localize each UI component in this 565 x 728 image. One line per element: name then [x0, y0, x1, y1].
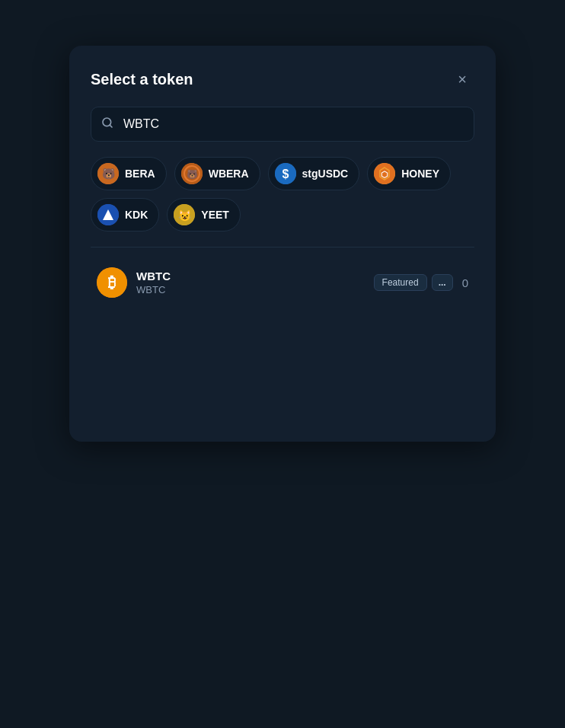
token-list: ₿ WBTC WBTC Featured ... 0	[91, 260, 474, 305]
wbtc-symbol: WBTC	[136, 284, 374, 295]
wbtc-name: WBTC	[136, 270, 374, 283]
select-token-modal: Select a token × 🐻 BERA	[69, 46, 496, 442]
svg-text:🐻: 🐻	[186, 168, 197, 180]
quick-token-kdk[interactable]: KDK	[91, 198, 159, 231]
more-button[interactable]: ...	[432, 274, 453, 291]
quick-token-bera[interactable]: 🐻 BERA	[91, 157, 167, 190]
quick-token-honey[interactable]: ⬡ HONEY	[367, 157, 451, 190]
modal-title: Select a token	[91, 71, 193, 88]
wbtc-balance: 0	[462, 276, 468, 289]
quick-token-yeet[interactable]: 😺 YEET	[167, 198, 241, 231]
wbtc-icon: ₿	[97, 267, 127, 298]
bera-label: BERA	[125, 168, 155, 180]
quick-token-wbera[interactable]: 🐻 WBERA	[174, 157, 260, 190]
svg-text:⬡: ⬡	[381, 170, 388, 179]
kdk-icon	[97, 204, 119, 225]
close-button[interactable]: ×	[450, 67, 474, 91]
bera-icon: 🐻	[97, 163, 119, 184]
search-input[interactable]	[91, 107, 474, 142]
stgusdc-label: stgUSDC	[302, 168, 349, 180]
wbtc-info: WBTC WBTC	[136, 270, 374, 295]
yeet-icon: 😺	[174, 204, 195, 225]
divider	[91, 247, 474, 247]
svg-text:😺: 😺	[178, 209, 192, 222]
wbtc-meta: Featured ...	[374, 274, 453, 291]
svg-text:$: $	[282, 168, 289, 180]
quick-tokens-grid: 🐻 BERA 🐻 WBERA	[91, 157, 474, 231]
svg-text:🐻: 🐻	[102, 168, 116, 180]
search-container	[91, 107, 474, 142]
honey-icon: ⬡	[374, 163, 395, 184]
wbera-label: WBERA	[209, 168, 249, 180]
kdk-label: KDK	[125, 209, 148, 221]
token-row-wbtc[interactable]: ₿ WBTC WBTC Featured ... 0	[91, 260, 474, 305]
stgusdc-icon: $	[275, 163, 296, 184]
svg-text:₿: ₿	[108, 274, 116, 291]
honey-label: HONEY	[401, 168, 439, 180]
wbera-icon: 🐻	[181, 163, 203, 184]
yeet-label: YEET	[201, 209, 229, 221]
modal-header: Select a token ×	[91, 67, 474, 91]
modal-overlay: Select a token × 🐻 BERA	[0, 0, 565, 728]
featured-badge: Featured	[374, 274, 427, 291]
quick-token-stgusdc[interactable]: $ stgUSDC	[268, 157, 360, 190]
